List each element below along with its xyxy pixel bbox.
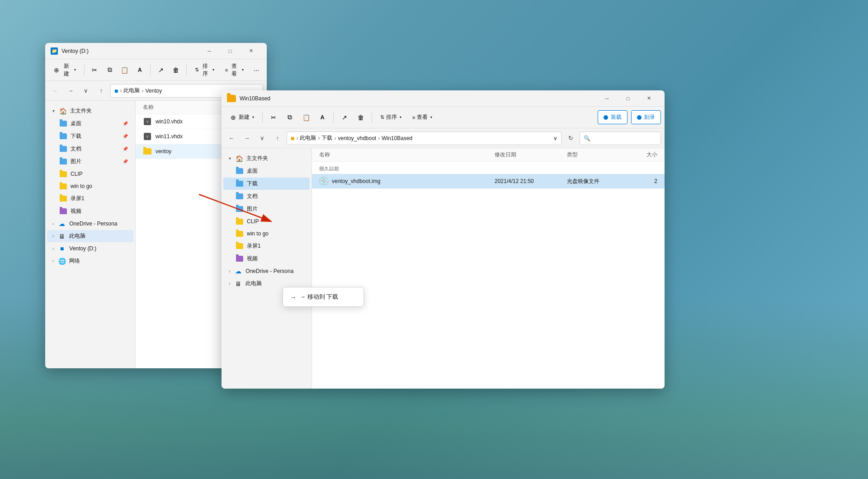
sort-button[interactable]: ⇅ 排序 ▾ [190, 60, 219, 80]
address-path-2[interactable]: ■ › 此电脑 › 下载 › ventoy_vhdboot › Win10Bas… [287, 131, 561, 145]
file-list-header-2: 名称 修改日期 类型 大小 [312, 148, 665, 162]
sort-label-2: 排序 [386, 113, 397, 121]
new-button[interactable]: ⊕ 新建 ▾ [49, 60, 80, 80]
home-icon-2: 🏠 [236, 155, 243, 162]
install-button[interactable]: 装载 [598, 110, 627, 124]
pin-icon-doc: 📌 [123, 146, 128, 151]
col-type-2: 类型 [567, 151, 621, 159]
sep3 [186, 65, 187, 75]
rename-button[interactable]: A [133, 63, 146, 77]
address-bar-win10based: ← → ∨ ↑ ■ › 此电脑 › 下载 › ventoy_vhdboot › … [222, 128, 665, 148]
new-chevron: ▾ [74, 68, 76, 72]
minimize-button[interactable]: ─ [199, 43, 220, 59]
install-dot [604, 115, 608, 120]
back-button[interactable]: ← [49, 85, 61, 97]
path-win10based: Win10Based [382, 135, 412, 141]
desktop-label-2: 桌面 [247, 167, 258, 175]
sidebar-item-pictures[interactable]: 图片 📌 [47, 155, 133, 168]
ventoy-label: Ventoy (D:) [69, 245, 96, 252]
forward-button-2[interactable]: → [241, 132, 253, 145]
view-chevron: ▾ [242, 68, 244, 72]
sidebar-desktop-2[interactable]: 桌面 [223, 165, 310, 177]
sidebar-item-desktop[interactable]: 桌面 📌 [47, 117, 133, 130]
back-button-2[interactable]: ← [225, 132, 238, 145]
maximize-button[interactable]: □ [220, 43, 241, 59]
cut-button-2[interactable]: ✂ [266, 110, 281, 125]
search-box[interactable]: 🔍 [580, 131, 661, 145]
paste-button[interactable]: 📋 [118, 63, 131, 77]
view-label-2: 查看 [417, 113, 428, 121]
sidebar-item-ventoy[interactable]: › ■ Ventoy (D:) [47, 243, 133, 254]
video-icon-2 [236, 255, 243, 263]
sidebar-item-pc[interactable]: › 🖥 此电脑 [47, 230, 133, 242]
onedrive-label-2: OneDrive - Persona [245, 268, 293, 274]
up-button-2[interactable]: ↑ [271, 132, 284, 145]
minimize-button-2[interactable]: ─ [597, 90, 618, 107]
sidebar-wintogo-2[interactable]: win to go [223, 228, 310, 240]
wintogo-icon [60, 183, 67, 190]
pc-expand-2: › [229, 281, 230, 286]
sidebar-item-wintogo[interactable]: win to go [47, 180, 133, 192]
new-button-2[interactable]: ⊕ 新建 ▾ [225, 111, 259, 124]
more-button[interactable]: ··· [250, 63, 263, 77]
home-expand-2: ▾ [229, 156, 231, 161]
maximize-button-2[interactable]: □ [618, 90, 638, 107]
sidebar-documents-2[interactable]: 文档 [223, 190, 310, 202]
share-button-2[interactable]: ↗ [337, 110, 352, 125]
dropdown-button-2[interactable]: ∨ [256, 132, 269, 145]
file-ventoy-img[interactable]: 💿 ventoy_vhdboot.img 2021/4/12 21:50 光盘映… [312, 174, 665, 189]
close-button[interactable]: ✕ [241, 43, 261, 59]
view-button-2[interactable]: ≡ 查看 ▾ [408, 111, 437, 124]
view-label: 查看 [230, 62, 239, 78]
move-to-downloads-item[interactable]: → → 移动到 下载 [283, 289, 363, 305]
screenrec-label: 录屏1 [71, 195, 85, 202]
sidebar-item-downloads[interactable]: 下载 📌 [47, 130, 133, 142]
sidebar-downloads-2[interactable]: 下载 [223, 178, 310, 190]
wintogo-label-2: win to go [247, 230, 269, 237]
sidebar-video-2[interactable]: 视频 [223, 253, 310, 265]
clip-icon [60, 170, 67, 178]
rename-button-2[interactable]: A [315, 110, 330, 125]
sep1-2 [262, 112, 263, 123]
sidebar-item-documents[interactable]: 文档 📌 [47, 143, 133, 155]
copy-button-2[interactable]: ⧉ [283, 110, 297, 125]
sidebar-home-2[interactable]: ▾ 🏠 主文件夹 [223, 152, 310, 164]
sidebar-pictures-2[interactable]: 图片 [223, 203, 310, 215]
paste-button-2[interactable]: 📋 [299, 110, 313, 125]
content-area-win10based: ▾ 🏠 主文件夹 桌面 下载 文档 [222, 148, 665, 389]
path-dropdown-2[interactable]: ∨ [553, 135, 557, 141]
sidebar-item-onedrive[interactable]: › ☁ OneDrive - Persona [47, 218, 133, 230]
network-expand: › [52, 258, 54, 263]
sort-chevron-2: ▾ [400, 115, 401, 119]
documents-label: 文档 [71, 145, 81, 153]
sidebar-clip-2[interactable]: CLIP [223, 216, 310, 227]
up-button[interactable]: ↑ [95, 85, 108, 97]
share-button[interactable]: ↗ [154, 63, 167, 77]
dropdown-button[interactable]: ∨ [80, 85, 92, 97]
col-date-2: 修改日期 [495, 151, 567, 159]
sidebar-item-video[interactable]: 视频 [47, 205, 133, 217]
sidebar-item-home[interactable]: ▾ 🏠 主文件夹 [47, 105, 133, 117]
refresh-button[interactable]: ↻ [564, 132, 577, 145]
move-to-downloads-label: → 移动到 下载 [300, 293, 338, 301]
sidebar-item-clip[interactable]: CLIP [47, 168, 133, 180]
sidebar-screenrec-2[interactable]: 录屏1 [223, 240, 310, 252]
sidebar-onedrive-2[interactable]: › ☁ OneDrive - Persona [223, 265, 310, 277]
delete-button-2[interactable]: 🗑 [354, 110, 368, 125]
pin-icon-pic: 📌 [123, 159, 128, 164]
onedrive-icon: ☁ [58, 220, 66, 227]
delete-button[interactable]: 🗑 [169, 63, 182, 77]
ventoy-folder-icon [143, 147, 152, 156]
forward-button[interactable]: → [64, 85, 77, 97]
copy-button[interactable]: ⧉ [103, 63, 116, 77]
pictures-icon-2 [236, 206, 243, 213]
sidebar-item-screenrec[interactable]: 录屏1 [47, 193, 133, 205]
vhd-icon: V [143, 117, 152, 126]
burn-button[interactable]: 刻录 [631, 110, 661, 124]
view-button[interactable]: ≡ 查看 ▾ [221, 60, 248, 80]
close-button-2[interactable]: ✕ [638, 90, 659, 107]
sidebar-item-network[interactable]: › 🌐 网络 [47, 255, 133, 267]
cut-button[interactable]: ✂ [88, 63, 101, 77]
new-chevron-2: ▾ [252, 115, 254, 119]
sort-button-2[interactable]: ⇅ 排序 ▾ [376, 111, 406, 124]
